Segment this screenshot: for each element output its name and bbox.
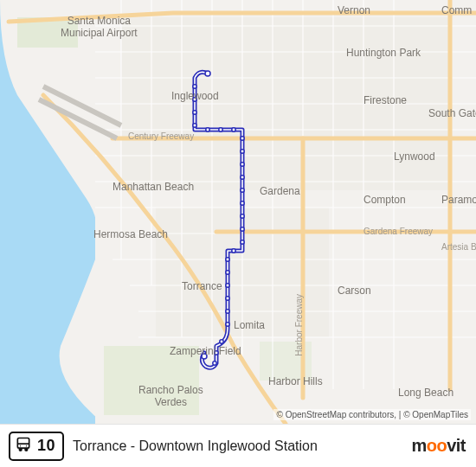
bus-icon (15, 436, 32, 457)
map-frame: Santa MonicaMunicipal Airport Vernon Com… (0, 0, 476, 467)
svg-point-51 (226, 284, 229, 287)
svg-point-48 (232, 249, 235, 253)
svg-point-33 (193, 98, 196, 101)
svg-point-40 (241, 150, 244, 153)
svg-point-44 (241, 202, 244, 205)
svg-point-62 (25, 448, 28, 451)
svg-point-53 (226, 310, 229, 313)
brand-logo[interactable]: moovit (411, 436, 466, 456)
svg-point-41 (241, 163, 244, 166)
svg-point-46 (241, 227, 244, 231)
route-name: Torrance - Downtown Inglewood Station (73, 438, 402, 454)
svg-point-58 (202, 354, 207, 359)
basemap-svg (0, 0, 476, 424)
svg-point-34 (193, 111, 196, 114)
svg-point-56 (215, 351, 218, 355)
svg-point-36 (206, 128, 209, 131)
svg-point-52 (226, 297, 229, 300)
svg-point-38 (232, 128, 235, 131)
footer-bar: 10 Torrance - Downtown Inglewood Station… (0, 424, 476, 467)
svg-point-31 (205, 71, 210, 76)
map-canvas[interactable]: Santa MonicaMunicipal Airport Vernon Com… (0, 0, 476, 424)
svg-point-39 (241, 137, 244, 140)
svg-point-61 (19, 448, 22, 451)
svg-point-32 (193, 85, 196, 88)
route-badge[interactable]: 10 (9, 432, 64, 461)
svg-point-42 (241, 176, 244, 179)
brand-mid: oo (427, 436, 447, 456)
svg-point-57 (213, 361, 216, 365)
svg-rect-4 (104, 346, 199, 415)
svg-point-55 (220, 340, 223, 343)
brand-post: vit (447, 436, 466, 456)
svg-point-50 (226, 271, 229, 274)
svg-point-47 (241, 240, 244, 244)
svg-point-35 (193, 124, 196, 127)
svg-point-37 (219, 128, 222, 131)
route-number: 10 (37, 437, 55, 455)
svg-point-49 (226, 258, 229, 261)
map-attribution: © OpenStreetMap contributors, | © OpenMa… (273, 409, 471, 420)
brand-pre: m (411, 436, 426, 456)
svg-point-54 (226, 323, 229, 326)
svg-point-45 (241, 214, 244, 218)
svg-point-43 (241, 189, 244, 192)
